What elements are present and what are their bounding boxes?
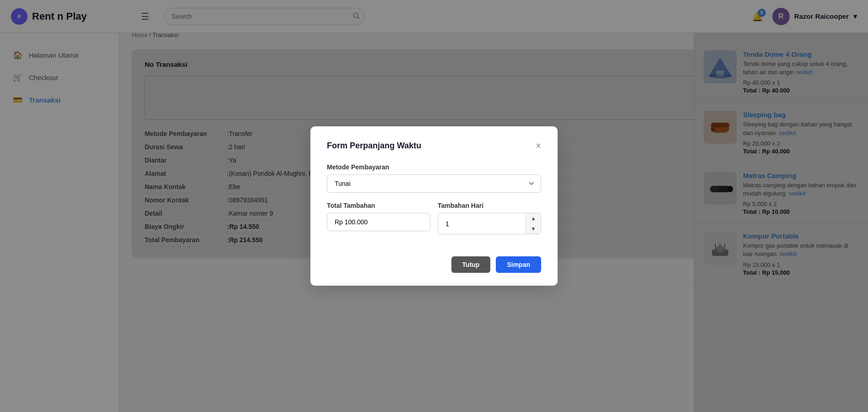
spinner-up-button[interactable]: ▲: [526, 213, 541, 224]
save-button[interactable]: Simpan: [496, 256, 541, 273]
spinner-down-button[interactable]: ▼: [526, 224, 541, 234]
total-tambahan-group: Total Tambahan: [327, 202, 430, 235]
total-tambahan-input[interactable]: [327, 213, 430, 231]
payment-method-group: Metode Pembayaran Tunai Transfer: [327, 163, 541, 193]
tambahan-hari-label: Tambahan Hari: [438, 202, 541, 209]
tambahan-hari-input[interactable]: [438, 215, 526, 233]
modal-title: Form Perpanjang Waktu: [327, 141, 421, 151]
payment-method-select[interactable]: Tunai Transfer: [327, 174, 541, 193]
spinner-buttons: ▲ ▼: [526, 213, 541, 234]
total-tambahan-label: Total Tambahan: [327, 202, 430, 209]
modal-overlay[interactable]: Form Perpanjang Waktu × Metode Pembayara…: [0, 0, 868, 283]
tambahan-hari-group: Tambahan Hari ▲ ▼: [438, 202, 541, 235]
form-row: Total Tambahan Tambahan Hari ▲ ▼: [327, 202, 541, 244]
modal-header: Form Perpanjang Waktu ×: [327, 141, 541, 151]
tambahan-hari-stepper: ▲ ▼: [438, 213, 541, 235]
modal-footer: Tutup Simpan: [327, 256, 541, 273]
modal-close-button[interactable]: ×: [536, 141, 541, 150]
modal-dialog: Form Perpanjang Waktu × Metode Pembayara…: [310, 126, 558, 283]
payment-method-label: Metode Pembayaran: [327, 163, 541, 171]
close-button[interactable]: Tutup: [451, 256, 491, 273]
